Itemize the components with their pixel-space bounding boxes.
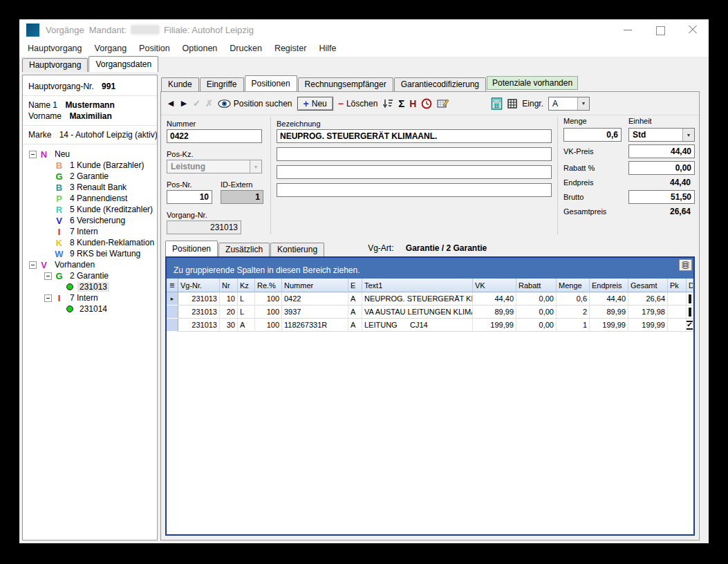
grid-icon[interactable] bbox=[507, 99, 517, 109]
rabatt-input[interactable]: 0,00 bbox=[628, 161, 695, 175]
d-checkbox[interactable] bbox=[689, 308, 691, 317]
cell-endpreis[interactable]: 199,99 bbox=[590, 319, 628, 332]
sort-icon[interactable] bbox=[382, 99, 393, 109]
tree-item-vorgang-231013[interactable]: 231013 bbox=[28, 281, 151, 292]
tree-item-rks-bei-wartung[interactable]: W 9 RKS bei Wartung bbox=[28, 248, 151, 259]
vk-preis-input[interactable]: 44,40 bbox=[628, 144, 695, 158]
cell-nummer[interactable]: 118267331R bbox=[282, 319, 348, 332]
col-nummer[interactable]: Nummer bbox=[282, 279, 348, 292]
tab-kontierung[interactable]: Kontierung bbox=[270, 243, 324, 256]
cell-re-pct[interactable]: 100 bbox=[255, 319, 282, 332]
tree-item-pannendienst[interactable]: P 4 Pannendienst bbox=[28, 193, 151, 204]
close-icon[interactable] bbox=[688, 25, 698, 35]
tree-item-intern[interactable]: I 7 Intern bbox=[28, 226, 151, 237]
cell-nr[interactable]: 30 bbox=[220, 319, 238, 332]
cell-menge[interactable]: 0,6 bbox=[557, 292, 590, 306]
cell-re-pct[interactable]: 100 bbox=[255, 292, 282, 306]
cell-menge[interactable]: 2 bbox=[557, 306, 590, 319]
cell-rabatt[interactable]: 0,00 bbox=[516, 319, 557, 332]
row-selector[interactable] bbox=[167, 319, 178, 332]
col-text1[interactable]: Text1 bbox=[362, 279, 473, 292]
row-selector[interactable] bbox=[167, 292, 178, 306]
d-checkbox[interactable] bbox=[689, 294, 691, 303]
d-checkbox[interactable] bbox=[687, 321, 693, 330]
group-by-band[interactable]: Zu gruppierende Spalten in diesen Bereic… bbox=[167, 258, 693, 279]
cell-nr[interactable]: 20 bbox=[220, 306, 238, 319]
cell-gesamt[interactable]: 199,99 bbox=[628, 319, 668, 332]
cell-kz[interactable]: L bbox=[238, 292, 255, 306]
eingr-select[interactable]: A ▼ bbox=[548, 97, 590, 111]
col-nr[interactable]: Nr bbox=[220, 279, 238, 292]
col-vk[interactable]: VK bbox=[473, 279, 516, 292]
col-kz[interactable]: Kz bbox=[238, 279, 255, 292]
collapse-icon[interactable] bbox=[29, 151, 37, 158]
tab-zusaetzlich[interactable]: Zusätzlich bbox=[218, 243, 270, 256]
tab-vorgangsdaten[interactable]: Vorgangsdaten bbox=[88, 56, 158, 72]
col-e[interactable]: E bbox=[348, 279, 362, 292]
cell-vg-nr[interactable]: 231013 bbox=[178, 292, 220, 306]
bezeichnung-input-1[interactable]: NEUPROG. STEUERGERÄT KLIMAANL. bbox=[277, 129, 552, 143]
position-suchen-button[interactable]: Position suchen bbox=[218, 99, 292, 109]
table-row[interactable]: 231013 10 L 100 0422 A NEUPROG. STEUERGE… bbox=[167, 292, 693, 306]
next-record-icon[interactable]: ▶ bbox=[180, 99, 188, 108]
collapse-icon[interactable] bbox=[44, 272, 52, 280]
menu-register[interactable]: Register bbox=[268, 41, 313, 55]
previous-record-icon[interactable]: ◀ bbox=[167, 99, 175, 108]
potenziale-badge[interactable]: Potenziale vorhanden bbox=[487, 76, 578, 90]
cell-rabatt[interactable]: 0,00 bbox=[516, 306, 557, 319]
cell-e[interactable]: A bbox=[348, 292, 362, 306]
cell-kz[interactable]: L bbox=[238, 306, 255, 319]
cell-vk[interactable]: 44,40 bbox=[473, 292, 516, 306]
neu-button[interactable]: + Neu bbox=[297, 97, 333, 111]
bezeichnung-input-4[interactable] bbox=[277, 183, 552, 197]
h-history-icon[interactable]: H bbox=[409, 98, 416, 109]
cell-gesamt[interactable]: 179,98 bbox=[628, 306, 668, 319]
col-endpreis[interactable]: Endpreis bbox=[590, 279, 628, 292]
tree-item-kunde-barzahler[interactable]: B 1 Kunde (Barzahler) bbox=[28, 160, 151, 171]
col-pk[interactable]: Pk bbox=[668, 279, 687, 292]
table-row[interactable]: 231013 30 A 100 118267331R A LEITUNG CJ1… bbox=[167, 319, 693, 332]
cell-e[interactable]: A bbox=[348, 319, 362, 332]
col-vg-nr[interactable]: Vg-Nr. bbox=[178, 279, 220, 292]
tab-garantiecodifizierung[interactable]: Garantiecodifizierung bbox=[394, 77, 486, 91]
tree-item-kunde-kreditzahler[interactable]: R 5 Kunde (Kreditzahler) bbox=[28, 204, 151, 215]
maximize-icon[interactable] bbox=[655, 25, 665, 35]
col-d[interactable]: D bbox=[687, 279, 693, 292]
minimize-icon[interactable] bbox=[623, 25, 633, 35]
pos-nr-input[interactable]: 10 bbox=[167, 190, 212, 204]
tab-hauptvorgang[interactable]: Hauptvorgang bbox=[22, 58, 88, 72]
cancel-icon[interactable]: ✗ bbox=[205, 98, 213, 109]
tab-eingriffe[interactable]: Eingriffe bbox=[200, 77, 244, 91]
nummer-input[interactable]: 0422 bbox=[167, 129, 262, 143]
menu-optionen[interactable]: Optionen bbox=[176, 41, 224, 55]
einheit-select[interactable]: Std ▼ bbox=[628, 128, 695, 142]
cell-vk[interactable]: 89,99 bbox=[473, 306, 516, 319]
cell-pk[interactable] bbox=[668, 319, 687, 332]
collapse-icon[interactable] bbox=[29, 261, 37, 269]
cell-kz[interactable]: A bbox=[238, 319, 255, 332]
tree-item-renault-bank[interactable]: B 3 Renault Bank bbox=[28, 182, 151, 193]
tab-kunde[interactable]: Kunde bbox=[161, 77, 199, 91]
tree-item-vorhanden[interactable]: V Vorhanden bbox=[28, 259, 151, 270]
tab-positionen[interactable]: Positionen bbox=[245, 75, 297, 91]
menu-vorgang[interactable]: Vorgang bbox=[88, 41, 133, 55]
cell-nr[interactable]: 10 bbox=[220, 292, 238, 306]
menu-hilfe[interactable]: Hilfe bbox=[312, 41, 342, 55]
sum-icon[interactable]: Σ bbox=[398, 97, 404, 109]
cell-text1[interactable]: VA AUSTAU LEITUNGEN KLIMAANL. bbox=[362, 306, 473, 319]
tree-item-vorhanden-garantie[interactable]: G 2 Garantie bbox=[28, 270, 151, 281]
cell-re-pct[interactable]: 100 bbox=[255, 306, 282, 319]
cell-menge[interactable]: 1 bbox=[557, 319, 590, 332]
cell-endpreis[interactable]: 89,99 bbox=[590, 306, 628, 319]
cell-endpreis[interactable]: 44,40 bbox=[590, 292, 628, 306]
col-gesamt[interactable]: Gesamt bbox=[628, 279, 668, 292]
bezeichnung-input-2[interactable] bbox=[277, 147, 552, 161]
collapse-icon[interactable] bbox=[44, 294, 52, 302]
tab-rechnungsempfaenger[interactable]: Rechnungsempfänger bbox=[298, 77, 393, 91]
layout-stack-button[interactable] bbox=[679, 259, 692, 271]
menu-position[interactable]: Position bbox=[133, 41, 176, 55]
cell-vg-nr[interactable]: 231013 bbox=[178, 319, 220, 332]
calculator-icon[interactable] bbox=[491, 97, 503, 110]
cell-text1[interactable]: LEITUNG CJ14 bbox=[362, 319, 473, 332]
tree-item-versicherung[interactable]: V 6 Versicherung bbox=[28, 215, 151, 226]
